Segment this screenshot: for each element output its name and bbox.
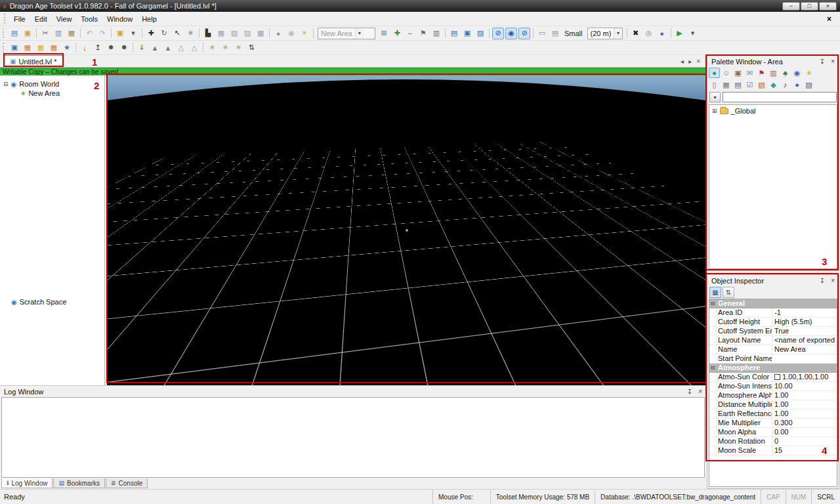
terrain-lower-icon[interactable]: ⇓	[136, 42, 148, 54]
room-star-icon[interactable]: ★	[61, 42, 73, 54]
menu-file[interactable]: File	[9, 13, 30, 25]
palette-dropdown-button[interactable]: ▾	[709, 92, 721, 102]
burst-mid-icon[interactable]: ✳	[219, 42, 231, 54]
transform-tool-icon[interactable]: ✳	[184, 28, 196, 39]
property-value[interactable]: 1.00	[772, 391, 837, 400]
property-row[interactable]: Moon Scale 15	[709, 446, 837, 455]
mountain-snow-icon[interactable]: △	[175, 42, 187, 54]
room-amber-icon[interactable]: ▦	[48, 42, 60, 54]
pin-icon[interactable]: ↧	[687, 388, 692, 395]
sort-alpha-icon[interactable]: ⇅	[723, 287, 734, 298]
close-panel-icon[interactable]: ×	[698, 388, 702, 395]
menu-view[interactable]: View	[52, 13, 77, 25]
palette-conversation-icon[interactable]: ✉	[744, 68, 755, 78]
sphere-tool-icon[interactable]: ●	[656, 28, 668, 39]
property-row[interactable]: Layout Name <name of exported l	[709, 336, 837, 345]
property-row[interactable]: ⊟ General	[709, 299, 837, 308]
sphere-shaded-icon[interactable]: ●	[272, 28, 284, 39]
property-value[interactable]: 10.00	[772, 382, 837, 390]
document-tab[interactable]: ▣ Untitled.lvl *	[4, 55, 63, 67]
flag-icon[interactable]: ⚑	[417, 28, 429, 39]
menubar-grip[interactable]	[4, 14, 7, 24]
property-value[interactable]: <name of exported l	[772, 336, 837, 345]
property-value[interactable]: 1.00	[772, 400, 837, 409]
open-folder-icon[interactable]: ▣	[22, 28, 33, 39]
toolbar-grip[interactable]	[3, 28, 5, 38]
property-value[interactable]: 1.00	[772, 410, 837, 418]
palette-plot-icon[interactable]: ⚑	[756, 68, 767, 78]
property-row[interactable]: Atmo-Sun Color 1.00,1.00,1.00	[709, 373, 837, 382]
property-value[interactable]: -1	[772, 308, 837, 317]
property-row[interactable]: Distance Multiplier 1.00	[709, 400, 837, 410]
palette-check-icon[interactable]: ☑	[744, 79, 755, 90]
burst-light-icon[interactable]: ✳	[206, 42, 218, 54]
property-value[interactable]: New Area	[772, 345, 837, 354]
pin-icon[interactable]: ↧	[820, 277, 825, 284]
palette-creature-icon[interactable]: ☺	[721, 68, 732, 78]
updown-icon[interactable]: ⇅	[245, 42, 257, 54]
copy-icon[interactable]: ▥	[52, 28, 64, 39]
brush-size-select[interactable]: (20 m)▾	[587, 28, 623, 39]
palette-filter-input[interactable]	[723, 92, 837, 102]
ueg-badge-icon[interactable]: ▨	[474, 28, 486, 39]
palette-sound-icon[interactable]: ◉	[791, 68, 803, 78]
property-value[interactable]: True	[772, 327, 837, 335]
property-row[interactable]: Cutoff System Enable True	[709, 327, 837, 336]
toolbar-grip[interactable]	[3, 43, 5, 52]
palette-terrain-icon[interactable]: ▧	[756, 79, 767, 90]
layers-icon[interactable]: ▥	[430, 28, 442, 39]
palette-tree-icon[interactable]: ♣	[780, 68, 791, 78]
export-ueg-icon[interactable]: ▤	[448, 28, 460, 39]
light-dark-icon[interactable]: ✹	[105, 42, 117, 54]
menu-help[interactable]: Help	[137, 13, 161, 25]
select-tool-icon[interactable]: ↖	[171, 28, 183, 39]
property-value[interactable]: 0.300	[772, 419, 837, 427]
property-row[interactable]: Name New Area	[709, 345, 837, 354]
minimize-button[interactable]: −	[782, 2, 800, 10]
property-value[interactable]: 0	[772, 437, 837, 446]
property-row[interactable]: Atmo-Sun Intensity 10.00	[709, 382, 837, 391]
tab-close-icon[interactable]: ×	[696, 58, 700, 65]
close-panel-icon[interactable]: ×	[831, 58, 835, 65]
terrain-slope-icon[interactable]: ▧	[228, 28, 240, 39]
play-icon[interactable]: ▶	[674, 28, 686, 39]
property-value[interactable]	[772, 354, 837, 363]
sun-icon[interactable]: ☀	[299, 28, 310, 39]
sphere-wire-icon[interactable]: ◉	[285, 28, 297, 39]
close-document-icon[interactable]: ×	[827, 14, 831, 24]
tree-item-scratch-space[interactable]: ◉ Scratch Space	[11, 297, 66, 306]
tree-item-room-world[interactable]: ⊟ ◉ Room World	[3, 79, 59, 89]
menu-edit[interactable]: Edit	[30, 13, 52, 25]
tab-next-icon[interactable]: ▸	[688, 58, 692, 65]
palette-map-icon[interactable]: ▨	[803, 79, 814, 90]
property-row[interactable]: Start Point Name	[709, 354, 837, 364]
menu-window[interactable]: Window	[102, 13, 137, 25]
categorized-view-icon[interactable]: ▦	[709, 287, 721, 298]
add-icon[interactable]: ✚	[391, 28, 403, 39]
menu-tools[interactable]: Tools	[76, 13, 102, 25]
log-output[interactable]	[1, 397, 705, 478]
camera-ueg-icon[interactable]: ▣	[461, 28, 473, 39]
grid-toggle-icon[interactable]: ▭	[536, 28, 548, 39]
collapse-icon[interactable]: ⊟	[3, 81, 9, 87]
export-up-icon[interactable]: ↥	[92, 42, 104, 54]
property-row[interactable]: Atmosphere Alpha 1.00	[709, 391, 837, 400]
palette-music-icon[interactable]: ♪	[780, 79, 791, 90]
import-down-icon[interactable]: ↓	[79, 42, 91, 54]
palette-water-icon[interactable]: ◆	[768, 79, 779, 90]
palette-trigger-icon[interactable]: ▦	[721, 79, 732, 90]
palette-area-icon[interactable]: ●	[709, 68, 720, 78]
ruins-icon[interactable]: ▙	[202, 28, 214, 39]
property-row[interactable]: Cutoff Height High (5.5m)	[709, 318, 837, 327]
caltrop-tool-icon[interactable]: ✖	[630, 28, 642, 39]
redo-icon[interactable]: ↷	[96, 28, 108, 39]
remove-icon[interactable]: −	[404, 28, 416, 39]
paste-icon[interactable]: ▦	[66, 28, 77, 39]
light-darker-icon[interactable]: ✹	[118, 42, 130, 54]
snap-grid-icon[interactable]: ⊞	[378, 28, 390, 39]
palette-door-icon[interactable]: ▯	[709, 79, 720, 90]
restore-button[interactable]: □	[801, 2, 818, 10]
new-file-icon[interactable]: ▤	[9, 28, 20, 39]
palette-script-icon[interactable]: ▤	[732, 79, 744, 90]
room-yellow-icon[interactable]: ▦	[35, 42, 47, 54]
